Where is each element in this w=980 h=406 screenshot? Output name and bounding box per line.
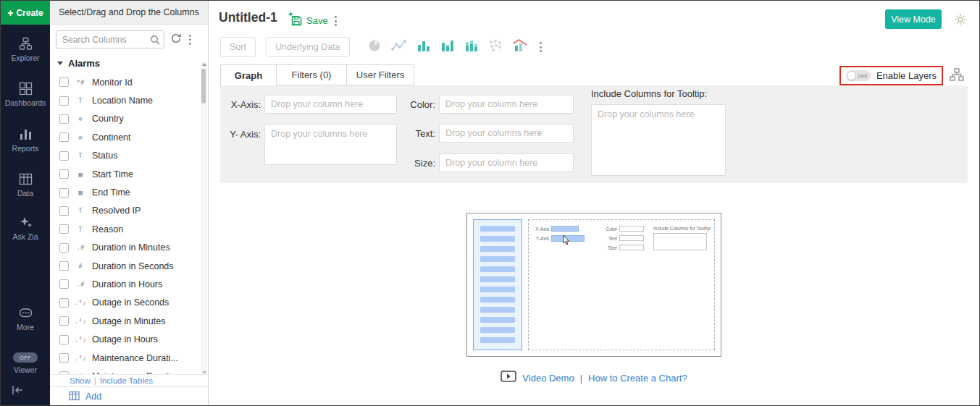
column-label: Outage in Minutes [92,316,165,326]
column-checkbox[interactable] [59,188,69,198]
bar-chart-icon[interactable] [416,38,431,56]
toolbar-overflow-icon[interactable] [538,41,543,54]
pie-chart-icon[interactable] [367,38,382,56]
column-type-icon: .⁴₂ [74,299,87,306]
sidebar-item-data[interactable]: Data [1,172,50,198]
column-item[interactable]: TStatus [50,147,199,165]
collapse-sidebar-button[interactable] [11,385,24,398]
column-checkbox[interactable] [59,353,69,363]
column-checkbox[interactable] [59,77,69,87]
sort-button[interactable]: Sort [220,37,256,57]
save-button[interactable]: Save [290,14,328,27]
columns-scrollbar[interactable] [201,62,207,376]
x-axis-label: X-Axis: [227,99,261,110]
more-bubble-icon [19,306,33,320]
column-checkbox[interactable] [59,298,69,308]
sidebar-item-label: Reports [1,144,50,153]
add-button[interactable]: Add [50,386,208,405]
chevron-down-icon [57,62,63,65]
sidebar-item-dashboards[interactable]: Dashboards [1,82,50,107]
column-checkbox[interactable] [59,169,69,179]
view-mode-button[interactable]: View Mode [885,9,942,29]
column-checkbox[interactable] [59,243,69,253]
stacked-bar-icon[interactable] [464,38,479,56]
combo-chart-icon[interactable] [512,38,528,56]
underlying-data-button[interactable]: Underlying Data [266,37,350,57]
column-checkbox[interactable] [59,335,69,344]
column-chart-icon[interactable] [440,38,455,56]
create-label: Create [16,8,43,18]
column-checkbox[interactable] [59,151,69,161]
tooltip-dropzone[interactable]: Drop your columns here [591,104,726,176]
x-axis-dropzone[interactable]: Drop your column here [264,95,397,114]
column-checkbox[interactable] [59,132,69,142]
column-item[interactable]: *#Monitor Id [50,73,199,91]
column-checkbox[interactable] [59,279,69,289]
column-item[interactable]: ▦Start Time [50,165,199,183]
column-item[interactable]: .⁴₂Outage in Seconds [50,294,199,312]
column-type-icon: ⊕ [74,134,87,141]
column-checkbox[interactable] [59,206,69,216]
column-checkbox[interactable] [59,316,69,326]
create-button[interactable]: + Create [1,1,50,25]
column-item[interactable]: .⁴₂Outage in Hours [50,330,199,348]
scatter-chart-icon[interactable] [488,38,503,56]
add-label: Add [85,392,101,402]
column-label: Location Name [92,96,153,106]
search-columns-input[interactable] [56,30,164,48]
color-dropzone[interactable]: Drop your column here [439,95,574,114]
illustration-dropzone-area: X-Axis Y-Axis Color Text Size Include Co… [528,219,715,350]
sidebar-item-ask-zia[interactable]: Ask Zia [1,216,50,241]
column-checkbox[interactable] [59,224,69,234]
video-demo-link[interactable]: Video Demo [522,373,574,384]
include-tables-link[interactable]: Include Tables [100,376,153,385]
column-label: Status [92,151,117,161]
y-axis-dropzone[interactable]: Drop your columns here [264,124,397,165]
column-item[interactable]: ⊕Country [50,110,199,128]
report-title[interactable]: Untitled-1 [219,10,277,25]
line-chart-icon[interactable] [391,38,407,56]
column-item[interactable]: #Duration in Seconds [50,257,199,275]
video-demo-icon[interactable] [501,371,516,385]
column-checkbox[interactable] [59,261,69,271]
columns-panel-menu-icon[interactable] [188,33,193,46]
y-axis-label: Y- Axis: [225,129,261,140]
column-item[interactable]: ▦End Time [50,183,199,201]
sidebar-item-more[interactable]: More [1,306,50,331]
cursor-icon [563,235,570,248]
how-to-create-chart-link[interactable]: How to Create a Chart? [588,373,687,384]
column-item[interactable]: .#Duration in Minutes [50,239,199,257]
column-item[interactable]: .#Duration in Hours [50,275,199,293]
settings-button[interactable] [954,13,967,29]
sidebar-item-viewer[interactable]: OFF Viewer [1,352,50,374]
refresh-button[interactable] [170,33,182,47]
scrollbar-thumb[interactable] [201,69,206,103]
column-type-icon: T [74,226,87,233]
column-checkbox[interactable] [59,96,69,106]
tab-user-filters[interactable]: User Filters [346,64,414,85]
viewer-toggle[interactable]: OFF [13,352,38,363]
chart-layout-button[interactable] [950,68,964,84]
title-menu-icon[interactable] [333,14,338,28]
column-checkbox[interactable] [59,114,69,124]
sidebar-item-reports[interactable]: Reports [1,127,50,153]
size-dropzone[interactable]: Drop your column here [439,153,574,172]
column-item[interactable]: TResolved IP [50,202,199,220]
sidebar-item-explorer[interactable]: Explorer [1,37,50,62]
show-link[interactable]: Show [70,376,91,385]
scroll-up-icon[interactable] [202,63,206,66]
column-label: Country [92,114,124,124]
tab-graph[interactable]: Graph [220,64,277,86]
collapse-arrow-icon [11,385,24,395]
tab-filters[interactable]: Filters (0) [276,64,347,85]
column-item[interactable]: TReason [50,220,199,238]
column-item[interactable]: .⁴₂Outage in Minutes [50,312,199,330]
hierarchy-icon [950,68,964,81]
column-label: Duration in Seconds [92,261,174,271]
column-item[interactable]: ⊕Continent [50,128,199,146]
table-section-alarms[interactable]: Alarms [57,58,100,69]
column-item[interactable]: TLocation Name [50,91,199,109]
text-dropzone[interactable]: Drop your columns here [439,124,574,143]
column-item[interactable]: .⁴₂Maintenance Durati... [50,349,199,367]
enable-layers-toggle[interactable]: OFF [846,70,871,81]
